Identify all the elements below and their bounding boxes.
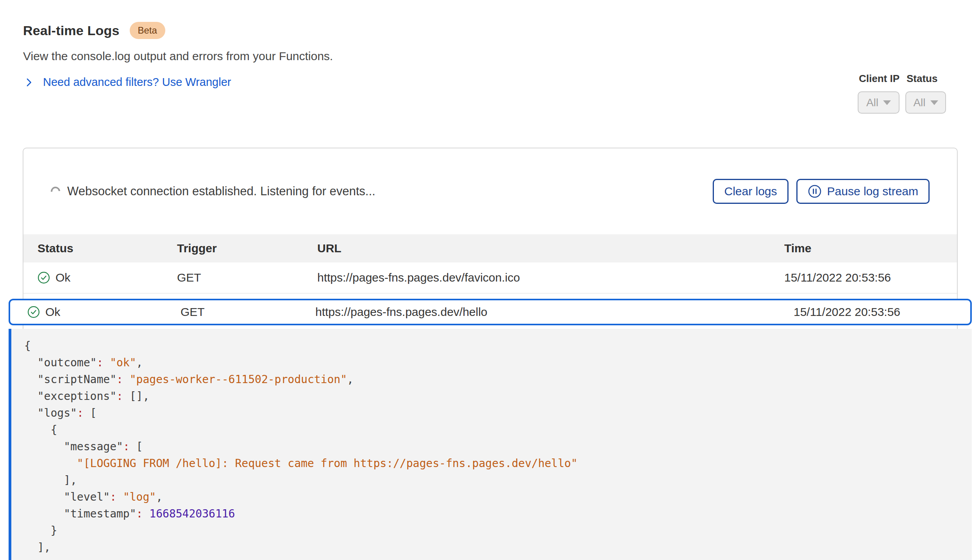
selected-table-row[interactable]: Ok GET https://pages-fns.pages.dev/hello…	[9, 299, 972, 325]
wrangler-link[interactable]: Need advanced filters? Use Wrangler	[23, 76, 231, 89]
pause-log-stream-label: Pause log stream	[827, 185, 918, 198]
column-header-time: Time	[784, 242, 957, 255]
column-header-trigger: Trigger	[177, 242, 317, 255]
beta-badge: Beta	[130, 22, 165, 39]
pause-log-stream-button[interactable]: Pause log stream	[796, 179, 930, 204]
status-filter-label: Status	[907, 73, 946, 85]
table-row[interactable]: Ok GET https://pages-fns.pages.dev/favic…	[23, 262, 957, 294]
status-label: Ok	[45, 305, 60, 319]
table-header: Status Trigger URL Time	[23, 234, 957, 262]
time-cell: 15/11/2022 20:53:56	[784, 271, 957, 284]
ok-check-icon	[27, 306, 40, 318]
realtime-logs-page: Real-time Logs Beta View the console.log…	[0, 0, 980, 560]
log-detail-json: { "outcome": "ok", "scriptName": "pages-…	[9, 329, 972, 560]
client-ip-filter: Client IP All	[858, 73, 900, 114]
status-filter: Status All	[905, 73, 946, 114]
column-header-status: Status	[38, 242, 177, 255]
connection-status-bar: Websocket connection established. Listen…	[23, 148, 957, 234]
page-header: Real-time Logs Beta	[23, 22, 165, 39]
page-title: Real-time Logs	[23, 23, 120, 38]
client-ip-filter-value: All	[866, 96, 878, 109]
pause-icon	[808, 184, 822, 198]
status-cell: Ok	[38, 271, 177, 284]
spinner-icon	[49, 185, 62, 198]
client-ip-filter-dropdown[interactable]: All	[858, 91, 900, 114]
status-filter-dropdown[interactable]: All	[905, 91, 946, 114]
chevron-right-icon	[23, 77, 34, 88]
status-label: Ok	[55, 271, 70, 284]
json-code: { "outcome": "ok", "scriptName": "pages-…	[24, 337, 956, 556]
ok-check-icon	[38, 271, 50, 284]
trigger-cell: GET	[181, 305, 315, 319]
status-cell: Ok	[27, 305, 181, 319]
status-filter-value: All	[913, 96, 925, 109]
time-cell: 15/11/2022 20:53:56	[794, 305, 970, 319]
clear-logs-button[interactable]: Clear logs	[713, 179, 788, 204]
expanded-log-entry: Ok GET https://pages-fns.pages.dev/hello…	[9, 299, 972, 560]
connection-status-text: Websocket connection established. Listen…	[67, 184, 376, 198]
client-ip-filter-label: Client IP	[859, 73, 900, 85]
caret-down-icon	[883, 100, 891, 105]
column-header-url: URL	[317, 242, 784, 255]
url-cell: https://pages-fns.pages.dev/favicon.ico	[317, 271, 784, 284]
log-actions: Clear logs Pause log stream	[713, 179, 930, 204]
page-subtitle: View the console.log output and errors f…	[23, 50, 333, 63]
caret-down-icon	[930, 100, 938, 105]
url-cell: https://pages-fns.pages.dev/hello	[315, 305, 794, 319]
trigger-cell: GET	[177, 271, 317, 284]
wrangler-link-label: Need advanced filters? Use Wrangler	[43, 76, 231, 89]
